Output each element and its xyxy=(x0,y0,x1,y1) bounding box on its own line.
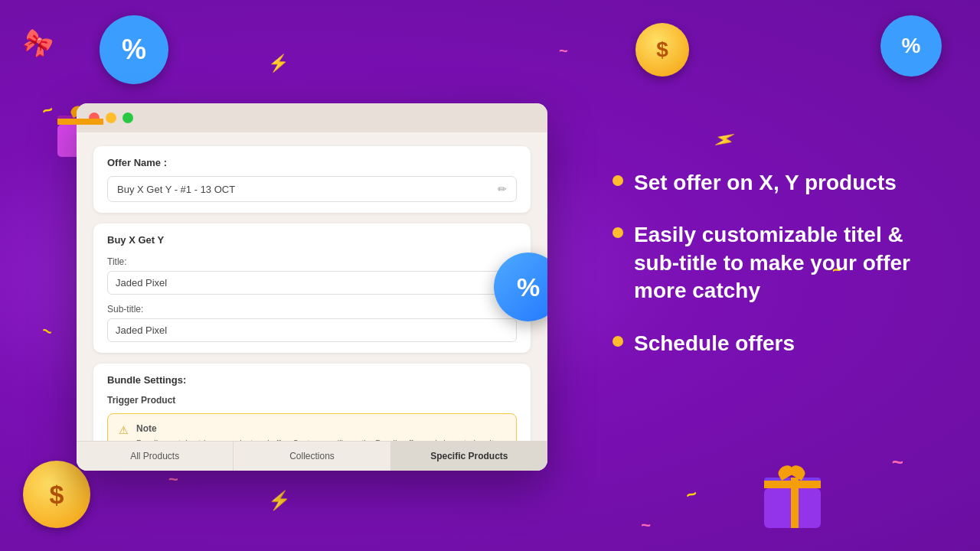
tab-bar: All Products Collections Specific Produc… xyxy=(77,441,547,471)
note-title: Note xyxy=(136,423,505,434)
feature-item-1: Set offer on X, Y products xyxy=(612,169,934,197)
edit-icon[interactable]: ✏ xyxy=(498,183,507,195)
minimize-button[interactable] xyxy=(106,112,116,123)
feature-text-1: Set offer on X, Y products xyxy=(634,169,897,197)
bundle-settings-section: Bundle Settings: Trigger Product ⚠ Note … xyxy=(93,364,531,441)
offer-name-text: Buy X Get Y - #1 - 13 OCT xyxy=(117,184,235,195)
subtitle-label: Sub-title: xyxy=(107,304,517,315)
warning-icon: ⚠ xyxy=(119,424,129,436)
feature-item-2: Easily customizable titel & sub-title to… xyxy=(612,221,934,305)
title-label: Title: xyxy=(107,256,517,267)
right-panel: Set offer on X, Y products Easily custom… xyxy=(612,169,934,382)
percent-modal-icon: % xyxy=(517,272,540,302)
offer-name-value: Buy X Get Y - #1 - 13 OCT ✏ xyxy=(107,176,517,202)
feature-item-3: Schedule offers xyxy=(612,330,934,357)
offer-name-label: Offer Name : xyxy=(107,157,517,168)
modal-body: Offer Name : Buy X Get Y - #1 - 13 OCT ✏… xyxy=(77,132,547,441)
bullet-2 xyxy=(612,227,623,238)
note-box: ⚠ Note Bundle contains trigger product a… xyxy=(107,413,517,441)
bundle-section: Buy X Get Y Title: Sub-title: xyxy=(93,223,531,353)
tab-collections[interactable]: Collections xyxy=(234,442,390,471)
note-content: Note Bundle contains trigger product and… xyxy=(136,423,505,441)
modal-window: Offer Name : Buy X Get Y - #1 - 13 OCT ✏… xyxy=(77,103,547,471)
maximize-button[interactable] xyxy=(122,112,133,123)
trigger-product-label: Trigger Product xyxy=(107,395,517,406)
bundle-settings-title: Bundle Settings: xyxy=(107,374,517,386)
bullet-3 xyxy=(612,336,623,347)
close-button[interactable] xyxy=(89,112,100,123)
title-input[interactable] xyxy=(107,271,517,295)
subtitle-input[interactable] xyxy=(107,318,517,342)
bullet-1 xyxy=(612,175,623,186)
titlebar xyxy=(77,103,547,132)
feature-text-2: Easily customizable titel & sub-title to… xyxy=(634,221,934,305)
bundle-section-title: Buy X Get Y xyxy=(107,234,517,246)
tab-specific-products[interactable]: Specific Products xyxy=(391,442,547,471)
feature-text-3: Schedule offers xyxy=(634,330,795,357)
offer-name-section: Offer Name : Buy X Get Y - #1 - 13 OCT ✏ xyxy=(93,146,531,213)
tab-all-products[interactable]: All Products xyxy=(77,442,234,471)
